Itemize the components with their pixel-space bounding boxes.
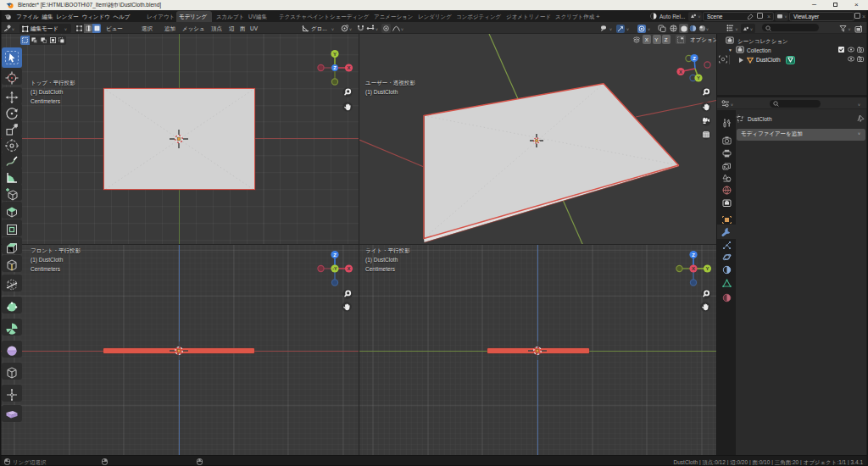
svg-text:Z: Z — [333, 252, 337, 257]
svg-text:X: X — [679, 69, 682, 75]
svg-text:Z: Z — [692, 252, 695, 257]
svg-text:Y: Y — [333, 52, 337, 57]
svg-text:X: X — [347, 266, 350, 271]
svg-text:Z: Z — [693, 56, 696, 61]
svg-text:Y: Y — [697, 75, 700, 80]
svg-text:X: X — [347, 65, 350, 70]
svg-text:X: X — [692, 266, 695, 271]
svg-text:Y: Y — [705, 266, 709, 271]
svg-text:-Y: -Y — [332, 266, 337, 271]
svg-text:Z: Z — [333, 65, 337, 70]
